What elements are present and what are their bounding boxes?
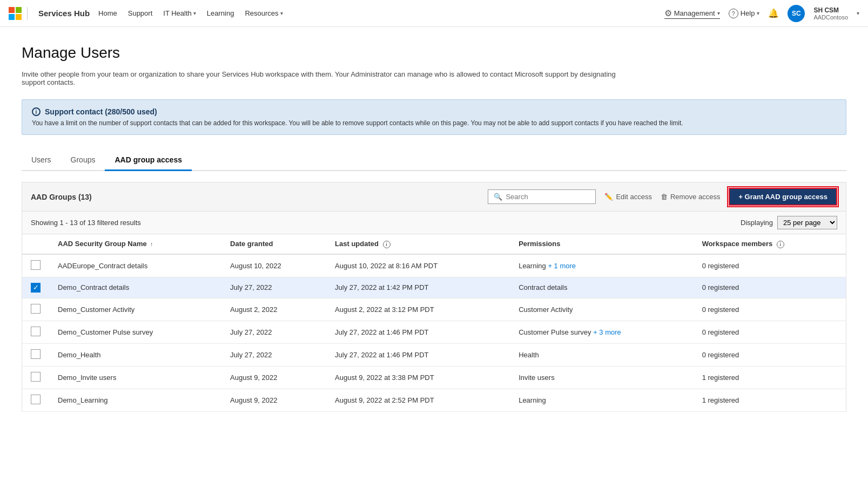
row-date-granted: July 27, 2022	[221, 321, 326, 343]
permissions-extra-link[interactable]: + 1 more	[546, 262, 576, 270]
nav-resources[interactable]: Resources ▾	[245, 9, 282, 17]
per-page-dropdown[interactable]: 25 per page 50 per page 100 per page	[777, 216, 837, 229]
row-date-granted: July 27, 2022	[221, 343, 326, 366]
col-last-updated[interactable]: Last updated i	[326, 234, 510, 254]
main-nav: Home Support IT Health ▾ Learning Resour…	[98, 9, 664, 17]
last-updated-info-icon[interactable]: i	[383, 241, 391, 248]
edit-access-button[interactable]: ✏️ Edit access	[604, 193, 651, 201]
info-icon: i	[32, 107, 41, 116]
row-permissions: Customer Pulse survey + 3 more	[510, 321, 693, 343]
grant-aad-group-access-button[interactable]: + Grant AAD group access	[729, 188, 837, 206]
nav-it-health[interactable]: IT Health ▾	[163, 9, 196, 17]
microsoft-logo	[9, 7, 22, 20]
toolbar-actions: ✏️ Edit access 🗑 Remove access + Grant A…	[604, 188, 837, 206]
per-page-select: Displaying 25 per page 50 per page 100 p…	[741, 216, 837, 229]
row-permissions: Customer Activity	[510, 298, 693, 321]
showing-results-text: Showing 1 - 13 of 13 filtered results	[31, 219, 141, 227]
row-permissions: Health	[510, 343, 693, 366]
table-header-row: AAD Security Group Name ↑ Date granted L…	[22, 234, 846, 254]
row-group-name: Demo_Contract details	[49, 277, 221, 298]
row-last-updated: August 2, 2022 at 3:12 PM PDT	[326, 298, 510, 321]
management-button[interactable]: ⚙ Management ▾	[664, 8, 720, 19]
row-group-name: Demo_Invite users	[49, 366, 221, 389]
col-checkbox	[22, 234, 50, 254]
row-checkbox[interactable]	[31, 372, 41, 382]
row-last-updated: July 27, 2022 at 1:46 PM PDT	[326, 321, 510, 343]
row-group-name: AADEurope_Contract details	[49, 254, 221, 277]
support-banner-title: i Support contact (280/500 used)	[32, 107, 836, 116]
main-content: Manage Users Invite other people from yo…	[0, 27, 868, 429]
table-row: Demo_HealthJuly 27, 2022July 27, 2022 at…	[22, 343, 846, 366]
gear-icon: ⚙	[664, 8, 672, 18]
permissions-extra-link[interactable]: + 3 more	[591, 328, 621, 336]
remove-access-button[interactable]: 🗑 Remove access	[661, 193, 720, 201]
row-workspace-members: 1 registered	[694, 366, 846, 389]
header-right: ⚙ Management ▾ ? Help ▾ 🔔 SC SH CSM AADC…	[664, 5, 859, 22]
row-last-updated: July 27, 2022 at 1:42 PM PDT	[326, 277, 510, 298]
user-name: SH CSM	[813, 6, 848, 14]
row-group-name: Demo_Customer Activity	[49, 298, 221, 321]
header: Services Hub Home Support IT Health ▾ Le…	[0, 0, 868, 27]
row-checkbox[interactable]: ✓	[31, 283, 41, 293]
search-input[interactable]	[506, 193, 590, 201]
row-workspace-members: 0 registered	[694, 254, 846, 277]
results-info: Showing 1 - 13 of 13 filtered results Di…	[22, 211, 846, 234]
col-permissions: Permissions	[510, 234, 693, 254]
logo-area: Services Hub	[9, 7, 90, 20]
help-button[interactable]: ? Help ▾	[729, 9, 760, 18]
row-date-granted: August 9, 2022	[221, 389, 326, 411]
table-row: Demo_LearningAugust 9, 2022August 9, 202…	[22, 389, 846, 411]
col-workspace-members: Workspace members i	[694, 234, 846, 254]
resources-chevron-icon: ▾	[280, 10, 283, 16]
row-checkbox[interactable]	[31, 349, 41, 359]
col-name[interactable]: AAD Security Group Name ↑	[49, 234, 221, 254]
row-permissions: Invite users	[510, 366, 693, 389]
user-info[interactable]: SH CSM AADContoso	[813, 6, 848, 21]
row-checkbox[interactable]	[31, 395, 41, 404]
trash-icon: 🗑	[661, 193, 668, 201]
page-description: Invite other people from your team or or…	[22, 70, 616, 86]
table-container: AAD Security Group Name ↑ Date granted L…	[22, 234, 846, 412]
search-box[interactable]: 🔍	[488, 189, 596, 204]
table-row: Demo_Customer Pulse surveyJuly 27, 2022J…	[22, 321, 846, 343]
workspace-members-info-icon[interactable]: i	[777, 241, 784, 248]
notifications-icon[interactable]: 🔔	[768, 8, 779, 18]
user-avatar[interactable]: SC	[788, 5, 805, 22]
tab-groups[interactable]: Groups	[61, 150, 105, 171]
table-row: ✓Demo_Contract detailsJuly 27, 2022July …	[22, 277, 846, 298]
aad-groups-count: AAD Groups (13)	[31, 193, 488, 201]
row-date-granted: July 27, 2022	[221, 277, 326, 298]
tab-aad-group-access[interactable]: AAD group access	[105, 150, 191, 171]
nav-support[interactable]: Support	[128, 9, 153, 17]
aad-groups-table: AAD Security Group Name ↑ Date granted L…	[22, 234, 846, 412]
row-group-name: Demo_Learning	[49, 389, 221, 411]
row-workspace-members: 0 registered	[694, 321, 846, 343]
row-permissions: Learning	[510, 389, 693, 411]
nav-home[interactable]: Home	[98, 9, 117, 17]
logo-divider	[27, 7, 28, 20]
table-row: Demo_Invite usersAugust 9, 2022August 9,…	[22, 366, 846, 389]
tab-users[interactable]: Users	[22, 150, 61, 171]
row-date-granted: August 10, 2022	[221, 254, 326, 277]
row-group-name: Demo_Health	[49, 343, 221, 366]
page-title: Manage Users	[22, 44, 846, 62]
row-checkbox[interactable]	[31, 260, 41, 270]
row-date-granted: August 2, 2022	[221, 298, 326, 321]
row-workspace-members: 1 registered	[694, 389, 846, 411]
row-checkbox[interactable]	[31, 327, 41, 336]
search-icon: 🔍	[494, 193, 502, 201]
user-chevron-icon: ▾	[857, 10, 859, 16]
nav-learning[interactable]: Learning	[207, 9, 234, 17]
displaying-label: Displaying	[741, 219, 773, 227]
row-group-name: Demo_Customer Pulse survey	[49, 321, 221, 343]
row-last-updated: July 27, 2022 at 1:46 PM PDT	[326, 343, 510, 366]
row-last-updated: August 9, 2022 at 2:52 PM PDT	[326, 389, 510, 411]
edit-icon: ✏️	[604, 193, 613, 201]
brand-name: Services Hub	[38, 9, 90, 18]
row-permissions: Learning + 1 more	[510, 254, 693, 277]
management-chevron-icon: ▾	[717, 10, 720, 16]
sort-asc-icon: ↑	[150, 241, 153, 247]
col-date-granted[interactable]: Date granted	[221, 234, 326, 254]
row-checkbox[interactable]	[31, 304, 41, 314]
support-banner-text: You have a limit on the number of suppor…	[32, 119, 836, 127]
